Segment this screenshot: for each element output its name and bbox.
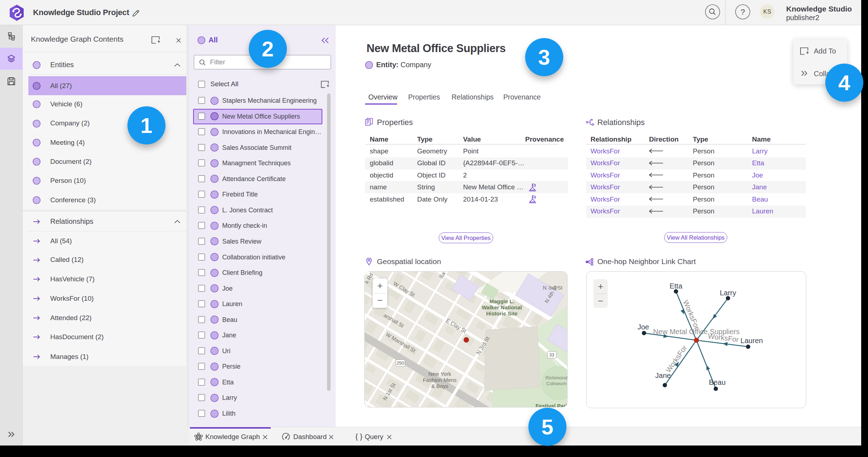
svg-text:Coliseum: Coliseum	[546, 381, 566, 386]
svg-text:250: 250	[397, 361, 404, 366]
svg-text:New York: New York	[428, 371, 451, 377]
svg-text:Lauren: Lauren	[741, 337, 763, 345]
svg-text:Festival Park: Festival Park	[536, 403, 568, 407]
svg-text:Maggie L.: Maggie L.	[489, 298, 514, 304]
svg-text:?: ?	[741, 8, 745, 17]
svg-text:Beau: Beau	[709, 378, 726, 386]
svg-text:Fashion Mens: Fashion Mens	[423, 377, 457, 383]
svg-text:Historic Site: Historic Site	[486, 310, 518, 317]
svg-text:Richmond: Richmond	[546, 375, 568, 380]
svg-text:Etta: Etta	[669, 282, 682, 290]
svg-text:Joe: Joe	[638, 323, 649, 331]
svg-text:Walker National: Walker National	[482, 304, 522, 310]
svg-text:& Boys: & Boys	[431, 383, 448, 389]
svg-text:33: 33	[549, 352, 554, 357]
svg-text:WorksFor: WorksFor	[682, 299, 701, 331]
svg-text:Larry: Larry	[720, 289, 736, 297]
